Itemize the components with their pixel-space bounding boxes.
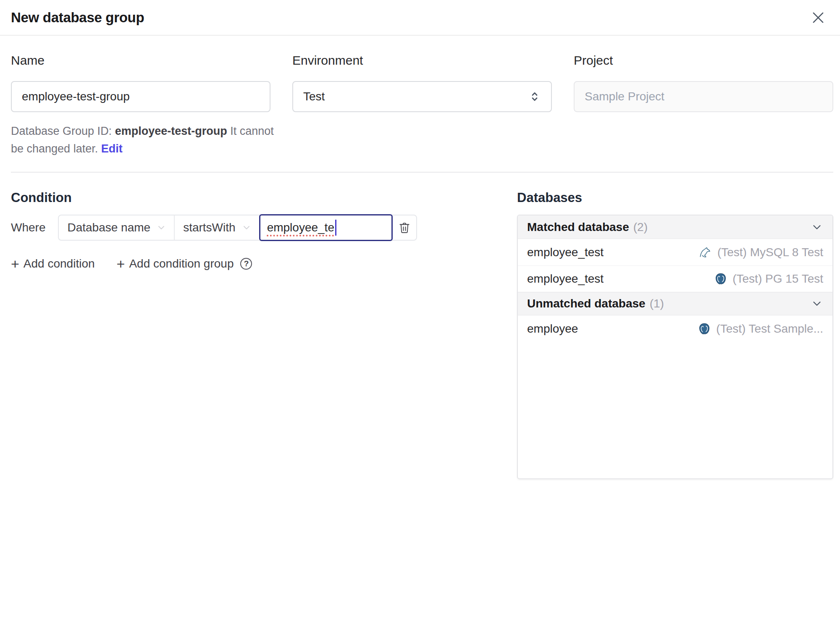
dialog-header: New database group: [0, 0, 840, 36]
project-selected-value: Sample Project: [585, 90, 822, 103]
delete-condition-button[interactable]: [393, 215, 416, 240]
add-condition-button[interactable]: + Add condition: [11, 257, 95, 271]
add-condition-group-button[interactable]: + Add condition group: [117, 257, 234, 271]
environment-select[interactable]: Test: [292, 81, 552, 112]
group-id-hint: Database Group ID: employee-test-group I…: [11, 122, 284, 158]
database-instance-label: (Test) Test Sample...: [716, 322, 823, 336]
text-caret: [335, 220, 336, 236]
database-name: employee_test: [527, 246, 604, 259]
name-input[interactable]: [11, 81, 270, 112]
name-label: Name: [11, 53, 270, 68]
condition-operator-value: startsWith: [183, 221, 235, 234]
where-label: Where: [11, 221, 45, 234]
condition-row: Where Database name startsWith: [11, 215, 517, 241]
databases-section: Databases Matched database (2) employee_…: [517, 173, 833, 479]
new-database-group-dialog: New database group Name Environment Test: [0, 0, 840, 479]
close-icon: [810, 10, 826, 26]
plus-icon: +: [117, 257, 125, 271]
postgres-icon: [698, 322, 711, 336]
postgres-icon: [714, 272, 727, 286]
condition-expression-group: Database name startsWith e: [58, 215, 417, 241]
dialog-title: New database group: [11, 10, 144, 26]
database-instance: (Test) MySQL 8 Test: [699, 246, 823, 259]
chevron-down-icon: [242, 223, 252, 233]
condition-operator-select[interactable]: startsWith: [174, 215, 259, 240]
condition-field-select[interactable]: Database name: [59, 215, 174, 240]
updown-chevron-icon: [528, 90, 541, 103]
condition-field-value: Database name: [67, 221, 150, 234]
condition-heading: Condition: [11, 190, 517, 205]
chevron-down-icon: [811, 221, 823, 234]
group-id-value: employee-test-group: [115, 125, 227, 137]
close-button[interactable]: [809, 8, 827, 27]
group-form: Name Environment Test Project Sample Pro…: [11, 53, 833, 112]
add-condition-group-label: Add condition group: [129, 257, 234, 270]
project-select: Sample Project: [574, 81, 833, 112]
panel-empty-space: [518, 342, 832, 478]
environment-label: Environment: [292, 53, 552, 68]
unmatched-database-count: (1): [650, 297, 664, 310]
matched-database-count: (2): [633, 220, 648, 234]
database-instance-label: (Test) MySQL 8 Test: [717, 246, 823, 259]
environment-field-group: Environment Test: [292, 53, 552, 112]
matched-database-title: Matched database: [527, 220, 629, 234]
project-label: Project: [574, 53, 833, 68]
condition-section: Condition Where Database name startsWith: [11, 173, 517, 271]
matched-database-header[interactable]: Matched database (2): [518, 215, 832, 239]
database-row[interactable]: employee_test (Test) PG 15 Test: [518, 265, 832, 292]
plus-icon: +: [11, 257, 19, 271]
unmatched-database-header[interactable]: Unmatched database (1): [518, 292, 832, 315]
databases-heading: Databases: [517, 190, 833, 205]
condition-actions: + Add condition + Add condition group ?: [11, 257, 517, 271]
mysql-icon: [699, 246, 712, 259]
edit-group-id-link[interactable]: Edit: [101, 142, 123, 155]
chevron-down-icon: [811, 297, 823, 310]
condition-value-text: employee_te: [267, 221, 334, 234]
trash-icon: [398, 221, 411, 234]
database-instance: (Test) Test Sample...: [698, 322, 823, 336]
add-condition-label: Add condition: [24, 257, 95, 270]
environment-selected-value: Test: [303, 90, 528, 103]
database-row[interactable]: employee (Test) Test Sample...: [518, 315, 832, 342]
database-instance-label: (Test) PG 15 Test: [732, 272, 823, 286]
project-field-group: Project Sample Project: [574, 53, 833, 112]
chevron-down-icon: [156, 223, 166, 233]
database-name: employee_test: [527, 272, 604, 286]
database-instance: (Test) PG 15 Test: [714, 272, 823, 286]
name-field-group: Name: [11, 53, 270, 112]
group-id-hint-prefix: Database Group ID:: [11, 125, 115, 137]
unmatched-database-title: Unmatched database: [527, 297, 646, 310]
help-icon[interactable]: ?: [240, 258, 252, 270]
databases-panel: Matched database (2) employee_test: [517, 215, 833, 479]
database-name: employee: [527, 322, 578, 336]
condition-value-input[interactable]: employee_te: [259, 214, 393, 241]
database-row[interactable]: employee_test (Test) MySQL 8 Test: [518, 239, 832, 265]
